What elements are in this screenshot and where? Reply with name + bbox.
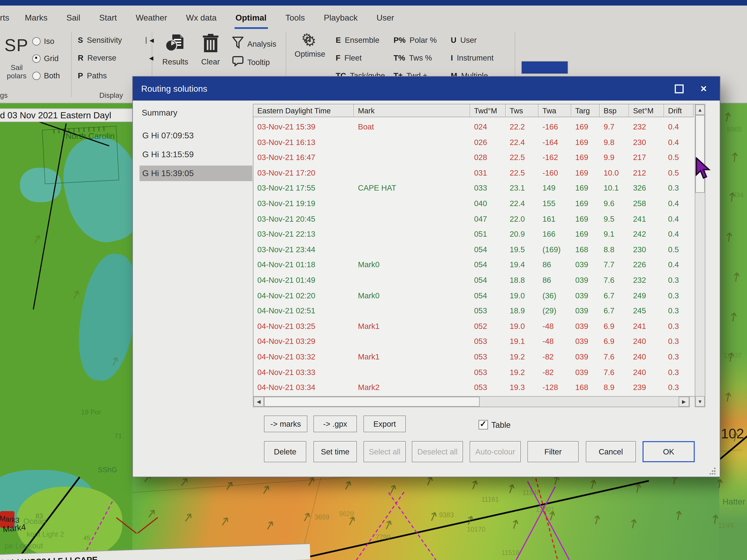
marks-button[interactable]: -> marks bbox=[264, 416, 307, 432]
menu-item-weather[interactable]: Weather bbox=[136, 12, 167, 22]
option-instrument[interactable]: IInstrument bbox=[451, 53, 494, 62]
cell: 22.4 bbox=[506, 135, 539, 150]
cell bbox=[354, 365, 470, 380]
table-toggle[interactable]: Table bbox=[479, 420, 511, 429]
scroll-left-icon[interactable]: ◀ bbox=[254, 397, 264, 407]
status-bar-text: | B) | WGS84 | F | | CAPE bbox=[0, 555, 98, 560]
menu-item-wx-data[interactable]: Wx data bbox=[186, 12, 216, 22]
table-row[interactable]: 04-Nov-21 03:34Mark205319.3-1281688.9239… bbox=[254, 380, 695, 396]
analysis-toggle[interactable]: Analysis bbox=[232, 37, 276, 51]
column-header-eastern-daylight-time[interactable]: Eastern Daylight Time bbox=[254, 104, 354, 117]
option-polar-[interactable]: P%Polar % bbox=[393, 35, 437, 45]
delete-button[interactable]: Delete bbox=[264, 441, 306, 462]
table-row[interactable]: 04-Nov-21 03:2905319.1-480396.92400.3 bbox=[254, 334, 695, 349]
cancel-button[interactable]: Cancel bbox=[586, 441, 636, 462]
shortcut-key: P% bbox=[393, 35, 406, 45]
results-button[interactable]: Results bbox=[162, 33, 188, 66]
menu-item-sail[interactable]: Sail bbox=[67, 12, 80, 22]
gpx-button[interactable]: -> .gpx bbox=[313, 416, 357, 432]
table-row[interactable]: 03-Nov-21 17:2003122.5-16016910.02120.5 bbox=[254, 165, 695, 181]
cell: 0.4 bbox=[664, 227, 694, 242]
display-item-paths[interactable]: PPaths bbox=[78, 71, 107, 80]
option-user[interactable]: UUser bbox=[451, 35, 477, 45]
auto-colour-button[interactable]: Auto-colour bbox=[470, 441, 521, 462]
vertical-scrollbar[interactable]: ▲ ▼ bbox=[695, 104, 705, 407]
option-ensemble[interactable]: EEnsemble bbox=[336, 35, 380, 45]
radio-both[interactable]: Both bbox=[32, 71, 60, 80]
table-row[interactable]: 03-Nov-21 16:4702822.5-1621699.92170.5 bbox=[254, 150, 695, 165]
cell: 053 bbox=[470, 303, 506, 319]
tooltip-toggle[interactable]: Tooltip bbox=[232, 56, 270, 69]
column-header-tws[interactable]: Tws bbox=[506, 104, 539, 117]
cell: 258 bbox=[629, 196, 664, 212]
summary-item[interactable]: G Hi 15:39:05 bbox=[139, 165, 252, 181]
table-row[interactable]: 03-Nov-21 17:55CAPE HAT03323.114916910.1… bbox=[254, 181, 695, 196]
table-row[interactable]: 04-Nov-21 02:20Mark005419.0(36)0396.7249… bbox=[254, 288, 695, 303]
export-button[interactable]: Export bbox=[363, 416, 406, 432]
ok-button[interactable]: OK bbox=[643, 441, 695, 462]
summary-item[interactable]: G Hi 13:15:59 bbox=[139, 147, 252, 162]
column-header-targ[interactable]: Targ bbox=[571, 104, 600, 117]
cell: 6.7 bbox=[600, 303, 629, 319]
menu-item-rts[interactable]: rts bbox=[0, 12, 9, 22]
deselect-all-button[interactable]: Deselect all bbox=[412, 441, 463, 462]
cell: Mark0 bbox=[354, 258, 470, 273]
set-time-button[interactable]: Set time bbox=[313, 441, 357, 462]
horizontal-scroll-thumb[interactable] bbox=[264, 397, 480, 407]
menu-item-playback[interactable]: Playback bbox=[324, 12, 358, 22]
table-row[interactable]: 03-Nov-21 20:4504722.01611699.52410.4 bbox=[254, 212, 695, 227]
table-row[interactable]: 04-Nov-21 01:18Mark005419.4860397.72260.… bbox=[254, 258, 695, 273]
cell: -128 bbox=[539, 380, 571, 396]
column-header-drift[interactable]: Drift bbox=[664, 104, 694, 117]
cell: 0.4 bbox=[664, 119, 694, 135]
menu-item-start[interactable]: Start bbox=[99, 12, 117, 22]
clear-button[interactable]: Clear bbox=[201, 33, 220, 66]
horizontal-scrollbar[interactable]: ◀ ▶ bbox=[253, 396, 690, 407]
map-label: SShG bbox=[98, 465, 117, 474]
optimise-button[interactable]: ⚙⚙ Optimise bbox=[294, 32, 325, 58]
table-row[interactable]: 04-Nov-21 03:32Mark105319.2-820397.62400… bbox=[254, 349, 695, 365]
dialog-titlebar[interactable]: Routing solutions × bbox=[133, 77, 720, 101]
scroll-down-icon[interactable]: ▼ bbox=[695, 396, 705, 407]
table-row[interactable]: 04-Nov-21 03:3305319.2-820397.62400.3 bbox=[254, 365, 695, 380]
display-item-sensitivity[interactable]: SSensitivity▏◀ bbox=[78, 35, 153, 45]
cell: Mark1 bbox=[354, 349, 470, 365]
table-row[interactable]: 04-Nov-21 03:25Mark105219.0-480396.92410… bbox=[254, 319, 695, 334]
menu-item-user[interactable]: User bbox=[377, 12, 394, 22]
cell: 169 bbox=[571, 135, 600, 150]
summary-item[interactable]: G Hi 07:09:53 bbox=[139, 128, 252, 143]
table-row[interactable]: 04-Nov-21 02:5105318.9(29)0396.72450.3 bbox=[254, 303, 695, 319]
resize-grip[interactable] bbox=[709, 467, 716, 475]
table-row[interactable]: 03-Nov-21 23:4405419.5(169)1688.82300.5 bbox=[254, 242, 695, 258]
sail-polars-big-label: SP bbox=[4, 35, 28, 56]
menu-item-marks[interactable]: Marks bbox=[25, 12, 48, 22]
cell: 22.0 bbox=[506, 212, 539, 227]
column-header-mark[interactable]: Mark bbox=[354, 104, 470, 117]
column-header-twa[interactable]: Twa bbox=[539, 104, 571, 117]
menu-item-optimal[interactable]: Optimal bbox=[235, 12, 266, 22]
table-row[interactable]: 03-Nov-21 22:1305120.91661699.12420.4 bbox=[254, 227, 695, 242]
option-tws-[interactable]: T%Tws % bbox=[393, 53, 432, 62]
radio-grid[interactable]: Grid bbox=[32, 54, 58, 63]
column-header-bsp[interactable]: Bsp bbox=[600, 104, 629, 117]
option-fleet[interactable]: FFleet bbox=[336, 53, 362, 62]
maximize-button[interactable] bbox=[671, 82, 688, 96]
cell: 166 bbox=[539, 227, 571, 242]
radio-iso[interactable]: Iso bbox=[32, 37, 54, 46]
select-all-button[interactable]: Select all bbox=[363, 441, 406, 462]
filter-button[interactable]: Filter bbox=[527, 441, 578, 462]
scroll-right-icon[interactable]: ▶ bbox=[679, 397, 689, 407]
column-header-set-m[interactable]: Set°M bbox=[629, 104, 664, 117]
column-header-twd-m[interactable]: Twd°M bbox=[470, 104, 506, 117]
cell: 6.7 bbox=[600, 288, 629, 303]
cell: 22.5 bbox=[506, 150, 539, 165]
scroll-up-icon[interactable]: ▲ bbox=[695, 104, 705, 115]
table-row[interactable]: 03-Nov-21 19:1904022.41551699.62580.4 bbox=[254, 196, 695, 212]
display-item-reverse[interactable]: RReverse◀ bbox=[78, 53, 153, 62]
table-row[interactable]: 04-Nov-21 01:4905418.8860397.62320.3 bbox=[254, 273, 695, 288]
table-checkbox[interactable] bbox=[479, 420, 488, 429]
table-row[interactable]: 03-Nov-21 15:39Boat02422.2-1661699.72320… bbox=[254, 119, 695, 135]
table-row[interactable]: 03-Nov-21 16:1302622.4-1641699.82300.4 bbox=[254, 135, 695, 150]
close-button[interactable]: × bbox=[695, 82, 712, 96]
menu-item-tools[interactable]: Tools bbox=[285, 12, 305, 22]
